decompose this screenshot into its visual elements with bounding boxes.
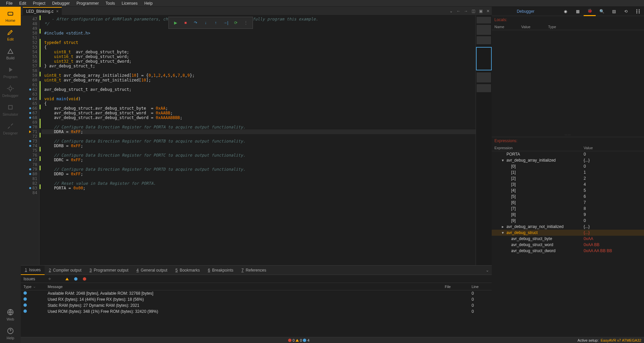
sidebar-designer[interactable]: Designer [0, 119, 21, 138]
sidebar-help[interactable]: Help [0, 324, 21, 343]
bug-icon[interactable]: 🐞 [584, 7, 596, 16]
code-line[interactable]: uint32_t avr_debug_struct_dword; [42, 59, 476, 64]
broom-icon[interactable]: ✧ [47, 276, 53, 282]
gutter-line[interactable]: 54 [21, 50, 39, 54]
chart-icon[interactable]: ▦ [572, 7, 584, 16]
code-line[interactable] [42, 176, 476, 181]
gutter-line[interactable]: 47 [21, 17, 39, 21]
minimap[interactable] [476, 15, 492, 265]
expression-row[interactable]: [8]9 [492, 212, 644, 218]
code-line[interactable]: } avr_debug_struct_t; [42, 64, 476, 68]
expression-row[interactable]: [1]1 [492, 169, 644, 175]
code-line[interactable]: uint8_t avr_debug_struct_byte; [42, 50, 476, 54]
gutter-line[interactable]: 75 [21, 148, 39, 153]
menu-help[interactable]: Help [141, 0, 156, 6]
error-filter-icon[interactable] [82, 276, 88, 282]
step-over-button[interactable]: ↷ [191, 18, 200, 27]
output-tab-compiler-output[interactable]: 2Compiler output [45, 266, 85, 275]
sidebar-program[interactable]: Program [0, 63, 21, 82]
active-setup-value[interactable]: EasyAVR v7 ATMEGA32 [601, 338, 641, 342]
nav-back-icon[interactable]: ← [455, 7, 462, 15]
resize-handle[interactable]: ⋯⋯ [492, 133, 644, 137]
gutter-line[interactable]: 84 [21, 190, 39, 195]
output-tab-breakpoints[interactable]: 6Breakpoints [204, 266, 237, 275]
output-tab-references[interactable]: 7References [237, 266, 270, 275]
gutter-line[interactable]: 67 [21, 111, 39, 115]
gutter-line[interactable]: 53 [21, 45, 39, 50]
code-line[interactable]: uint8_t avr_debug_array_initialized[10] … [42, 73, 476, 78]
gutter-line[interactable]: 68 [21, 115, 39, 120]
gutter-line[interactable]: 73 [21, 139, 39, 144]
issue-row[interactable]: Static RAM (bytes): 27 Dynamic RAM (byte… [21, 302, 492, 308]
code-line[interactable]: // Configure Data Direction Register for… [42, 167, 476, 172]
expression-row[interactable]: [4]5 [492, 187, 644, 193]
target-icon[interactable]: ◉ [559, 7, 572, 16]
expression-row[interactable]: ▸avr_debug_array_not_initialized{...} [492, 224, 644, 230]
run-to-cursor-button[interactable]: →| [221, 18, 230, 27]
issue-row[interactable]: Used RX (bytes): 14 (44%) Free RX (bytes… [21, 296, 492, 302]
gutter-line[interactable]: 63 [21, 92, 39, 97]
menu-file[interactable]: File [3, 0, 16, 6]
refresh-icon[interactable]: ⟲ [620, 7, 632, 16]
gutter-line[interactable]: 51 [21, 36, 39, 40]
issue-row[interactable]: Available RAM: 2048 [bytes], Available R… [21, 290, 492, 296]
gutter-line[interactable]: 72 [21, 134, 39, 139]
gutter-line[interactable]: 79 [21, 167, 39, 172]
code-line[interactable]: DDRD = 0xFF; [42, 172, 476, 176]
nav-forward-icon[interactable]: → [462, 7, 470, 15]
gutter-line[interactable]: 77 [21, 158, 39, 162]
code-line[interactable]: avr_debug_struct.avr_debug_struct_word =… [42, 111, 476, 115]
code-line[interactable]: // Reset value in Data Register for PORT… [42, 181, 476, 186]
stop-button[interactable]: ■ [181, 18, 190, 27]
menu-project[interactable]: Project [30, 0, 49, 6]
expression-row[interactable]: [7]8 [492, 206, 644, 212]
maximize-icon[interactable]: ▣ [477, 7, 484, 15]
close-panel-icon[interactable]: ✕ [484, 7, 492, 15]
gutter-line[interactable]: 57 [21, 64, 39, 68]
output-tab-issues[interactable]: 1Issues [21, 266, 45, 275]
expression-row[interactable]: avr_debug_struct_byte0xAA [492, 236, 644, 242]
expression-row[interactable]: ▾avr_debug_struct{...} [492, 230, 644, 236]
sidebar-debugger[interactable]: Debugger [0, 82, 21, 101]
file-tab[interactable]: LED_Blinking.c × [23, 7, 62, 15]
gutter-line[interactable]: 76 [21, 153, 39, 158]
gutter-line[interactable]: 59 [21, 73, 39, 78]
gutter-line[interactable]: 58 [21, 68, 39, 73]
expression-row[interactable]: PORTA0 [492, 151, 644, 157]
code-line[interactable]: DDRB = 0xFF; [42, 144, 476, 148]
code-line[interactable]: uint16_t avr_debug_struct_word; [42, 54, 476, 59]
gutter-line[interactable]: 71 [21, 129, 39, 134]
run-button[interactable]: ▶ [171, 18, 180, 27]
gutter-line[interactable]: 80 [21, 172, 39, 176]
code-line[interactable]: avr_debug_struct.avr_debug_struct_byte =… [42, 106, 476, 111]
code-line[interactable] [42, 36, 476, 40]
gutter-line[interactable]: 83 [21, 186, 39, 190]
warning-filter-icon[interactable] [64, 276, 70, 282]
code-line[interactable]: DDRC = 0xFF; [42, 158, 476, 162]
expression-row[interactable]: ▾avr_debug_array_initialized{...} [492, 157, 644, 163]
code-line[interactable]: // Configure Data Direction Register for… [42, 125, 476, 129]
code-line[interactable]: DDRA = 0xFF; [42, 129, 476, 134]
code-line[interactable]: #include <stdint.h> [42, 31, 476, 36]
gutter-line[interactable]: 62 [21, 87, 39, 92]
code-line[interactable] [42, 148, 476, 153]
code-line[interactable] [42, 68, 476, 73]
sidebar-edit[interactable]: Edit [0, 25, 21, 44]
gutter-line[interactable]: 74 [21, 144, 39, 148]
menu-debugger[interactable]: Debugger [49, 0, 73, 6]
code-line[interactable]: */ [42, 21, 476, 26]
code-line[interactable] [42, 134, 476, 139]
collapse-icon[interactable]: ⌄ [483, 268, 492, 273]
gutter-line[interactable]: 65 [21, 101, 39, 106]
gutter-line[interactable]: 64 [21, 97, 39, 101]
code-line[interactable]: avr_debug_struct_t avr_debug_struct; [42, 87, 476, 92]
sidebar-home[interactable]: Home [0, 7, 21, 25]
expression-row[interactable]: [3]4 [492, 181, 644, 187]
code-line[interactable]: void main(void) [42, 97, 476, 101]
gutter-line[interactable]: 61 [21, 82, 39, 87]
tree-icon[interactable]: ┇┇ [632, 7, 644, 16]
gutter-line[interactable]: 70 [21, 125, 39, 129]
code-line[interactable] [42, 190, 476, 195]
search-icon[interactable]: 🔍 [596, 7, 608, 16]
expression-row[interactable]: [2]2 [492, 175, 644, 181]
